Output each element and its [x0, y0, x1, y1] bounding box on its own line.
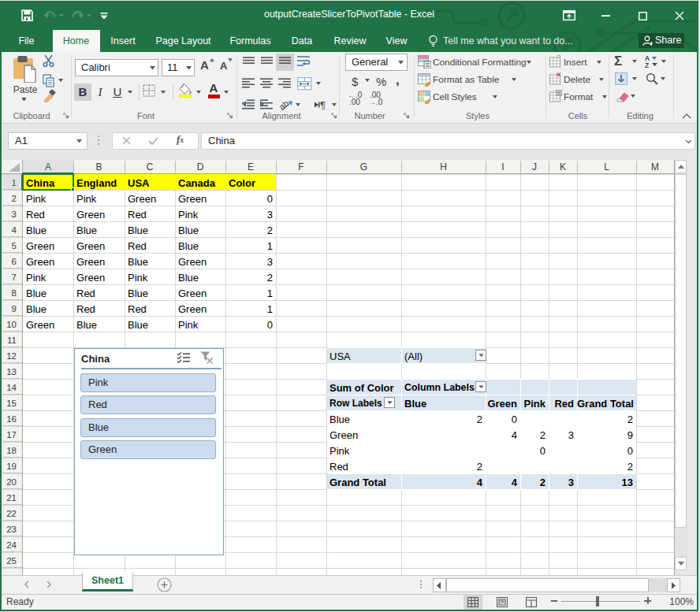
svg-text:¶: ¶ [320, 99, 326, 110]
svg-text:Z: Z [645, 61, 649, 69]
svg-text:ab: ab [280, 98, 290, 112]
